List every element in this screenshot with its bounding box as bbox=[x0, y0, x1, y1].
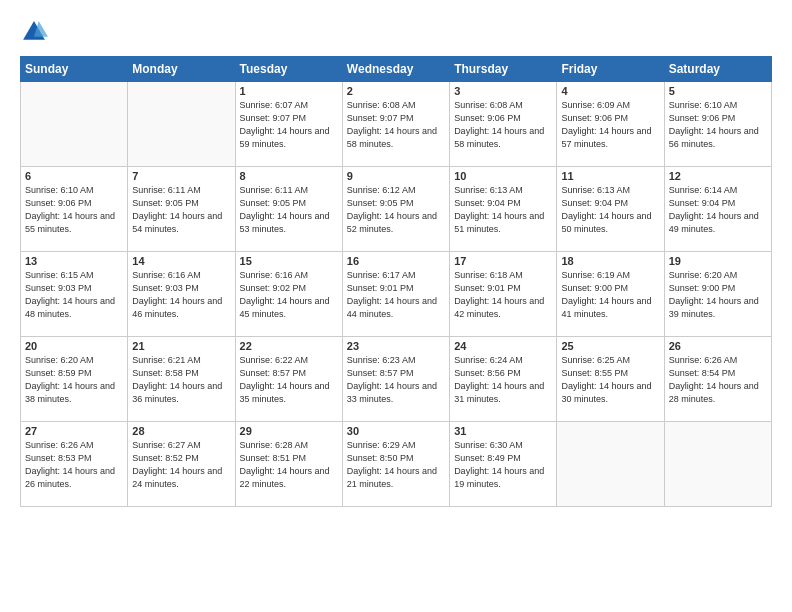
day-info: Sunrise: 6:23 AM Sunset: 8:57 PM Dayligh… bbox=[347, 354, 445, 406]
day-number: 30 bbox=[347, 425, 445, 437]
calendar-header-row: SundayMondayTuesdayWednesdayThursdayFrid… bbox=[21, 57, 772, 82]
calendar-weekday-header: Wednesday bbox=[342, 57, 449, 82]
calendar-day-cell: 14Sunrise: 6:16 AM Sunset: 9:03 PM Dayli… bbox=[128, 252, 235, 337]
calendar-day-cell: 19Sunrise: 6:20 AM Sunset: 9:00 PM Dayli… bbox=[664, 252, 771, 337]
calendar-weekday-header: Thursday bbox=[450, 57, 557, 82]
calendar-weekday-header: Tuesday bbox=[235, 57, 342, 82]
calendar-day-cell: 22Sunrise: 6:22 AM Sunset: 8:57 PM Dayli… bbox=[235, 337, 342, 422]
day-number: 21 bbox=[132, 340, 230, 352]
calendar-day-cell: 7Sunrise: 6:11 AM Sunset: 9:05 PM Daylig… bbox=[128, 167, 235, 252]
calendar-weekday-header: Saturday bbox=[664, 57, 771, 82]
day-number: 2 bbox=[347, 85, 445, 97]
day-info: Sunrise: 6:13 AM Sunset: 9:04 PM Dayligh… bbox=[561, 184, 659, 236]
day-info: Sunrise: 6:12 AM Sunset: 9:05 PM Dayligh… bbox=[347, 184, 445, 236]
calendar-week-row: 20Sunrise: 6:20 AM Sunset: 8:59 PM Dayli… bbox=[21, 337, 772, 422]
calendar-day-cell bbox=[128, 82, 235, 167]
day-number: 29 bbox=[240, 425, 338, 437]
day-info: Sunrise: 6:08 AM Sunset: 9:06 PM Dayligh… bbox=[454, 99, 552, 151]
calendar-day-cell: 25Sunrise: 6:25 AM Sunset: 8:55 PM Dayli… bbox=[557, 337, 664, 422]
day-number: 25 bbox=[561, 340, 659, 352]
calendar-day-cell: 10Sunrise: 6:13 AM Sunset: 9:04 PM Dayli… bbox=[450, 167, 557, 252]
calendar-day-cell: 9Sunrise: 6:12 AM Sunset: 9:05 PM Daylig… bbox=[342, 167, 449, 252]
day-info: Sunrise: 6:20 AM Sunset: 9:00 PM Dayligh… bbox=[669, 269, 767, 321]
day-number: 12 bbox=[669, 170, 767, 182]
calendar-week-row: 6Sunrise: 6:10 AM Sunset: 9:06 PM Daylig… bbox=[21, 167, 772, 252]
calendar-weekday-header: Friday bbox=[557, 57, 664, 82]
calendar-day-cell: 16Sunrise: 6:17 AM Sunset: 9:01 PM Dayli… bbox=[342, 252, 449, 337]
day-number: 14 bbox=[132, 255, 230, 267]
day-info: Sunrise: 6:20 AM Sunset: 8:59 PM Dayligh… bbox=[25, 354, 123, 406]
day-number: 18 bbox=[561, 255, 659, 267]
day-info: Sunrise: 6:11 AM Sunset: 9:05 PM Dayligh… bbox=[132, 184, 230, 236]
day-number: 28 bbox=[132, 425, 230, 437]
calendar-day-cell: 6Sunrise: 6:10 AM Sunset: 9:06 PM Daylig… bbox=[21, 167, 128, 252]
calendar-day-cell: 24Sunrise: 6:24 AM Sunset: 8:56 PM Dayli… bbox=[450, 337, 557, 422]
calendar-day-cell: 17Sunrise: 6:18 AM Sunset: 9:01 PM Dayli… bbox=[450, 252, 557, 337]
day-number: 16 bbox=[347, 255, 445, 267]
day-info: Sunrise: 6:30 AM Sunset: 8:49 PM Dayligh… bbox=[454, 439, 552, 491]
calendar-day-cell: 15Sunrise: 6:16 AM Sunset: 9:02 PM Dayli… bbox=[235, 252, 342, 337]
day-info: Sunrise: 6:15 AM Sunset: 9:03 PM Dayligh… bbox=[25, 269, 123, 321]
day-number: 3 bbox=[454, 85, 552, 97]
day-info: Sunrise: 6:11 AM Sunset: 9:05 PM Dayligh… bbox=[240, 184, 338, 236]
day-number: 22 bbox=[240, 340, 338, 352]
day-number: 15 bbox=[240, 255, 338, 267]
day-info: Sunrise: 6:26 AM Sunset: 8:53 PM Dayligh… bbox=[25, 439, 123, 491]
day-info: Sunrise: 6:16 AM Sunset: 9:02 PM Dayligh… bbox=[240, 269, 338, 321]
day-number: 5 bbox=[669, 85, 767, 97]
calendar-day-cell: 12Sunrise: 6:14 AM Sunset: 9:04 PM Dayli… bbox=[664, 167, 771, 252]
day-info: Sunrise: 6:21 AM Sunset: 8:58 PM Dayligh… bbox=[132, 354, 230, 406]
day-number: 19 bbox=[669, 255, 767, 267]
calendar-day-cell: 31Sunrise: 6:30 AM Sunset: 8:49 PM Dayli… bbox=[450, 422, 557, 507]
logo-icon bbox=[20, 18, 48, 46]
day-number: 9 bbox=[347, 170, 445, 182]
calendar-day-cell: 28Sunrise: 6:27 AM Sunset: 8:52 PM Dayli… bbox=[128, 422, 235, 507]
calendar-day-cell: 11Sunrise: 6:13 AM Sunset: 9:04 PM Dayli… bbox=[557, 167, 664, 252]
calendar-week-row: 13Sunrise: 6:15 AM Sunset: 9:03 PM Dayli… bbox=[21, 252, 772, 337]
calendar-week-row: 27Sunrise: 6:26 AM Sunset: 8:53 PM Dayli… bbox=[21, 422, 772, 507]
day-info: Sunrise: 6:13 AM Sunset: 9:04 PM Dayligh… bbox=[454, 184, 552, 236]
day-number: 26 bbox=[669, 340, 767, 352]
day-number: 8 bbox=[240, 170, 338, 182]
day-info: Sunrise: 6:09 AM Sunset: 9:06 PM Dayligh… bbox=[561, 99, 659, 151]
day-number: 24 bbox=[454, 340, 552, 352]
day-number: 10 bbox=[454, 170, 552, 182]
day-info: Sunrise: 6:29 AM Sunset: 8:50 PM Dayligh… bbox=[347, 439, 445, 491]
day-info: Sunrise: 6:10 AM Sunset: 9:06 PM Dayligh… bbox=[25, 184, 123, 236]
calendar-day-cell: 1Sunrise: 6:07 AM Sunset: 9:07 PM Daylig… bbox=[235, 82, 342, 167]
calendar-day-cell: 18Sunrise: 6:19 AM Sunset: 9:00 PM Dayli… bbox=[557, 252, 664, 337]
calendar-day-cell: 23Sunrise: 6:23 AM Sunset: 8:57 PM Dayli… bbox=[342, 337, 449, 422]
day-number: 6 bbox=[25, 170, 123, 182]
calendar-day-cell: 29Sunrise: 6:28 AM Sunset: 8:51 PM Dayli… bbox=[235, 422, 342, 507]
calendar-day-cell: 27Sunrise: 6:26 AM Sunset: 8:53 PM Dayli… bbox=[21, 422, 128, 507]
day-info: Sunrise: 6:18 AM Sunset: 9:01 PM Dayligh… bbox=[454, 269, 552, 321]
calendar-day-cell: 2Sunrise: 6:08 AM Sunset: 9:07 PM Daylig… bbox=[342, 82, 449, 167]
day-number: 11 bbox=[561, 170, 659, 182]
calendar-day-cell bbox=[664, 422, 771, 507]
calendar-day-cell: 20Sunrise: 6:20 AM Sunset: 8:59 PM Dayli… bbox=[21, 337, 128, 422]
calendar-table: SundayMondayTuesdayWednesdayThursdayFrid… bbox=[20, 56, 772, 507]
calendar-weekday-header: Monday bbox=[128, 57, 235, 82]
day-info: Sunrise: 6:19 AM Sunset: 9:00 PM Dayligh… bbox=[561, 269, 659, 321]
day-info: Sunrise: 6:25 AM Sunset: 8:55 PM Dayligh… bbox=[561, 354, 659, 406]
day-info: Sunrise: 6:17 AM Sunset: 9:01 PM Dayligh… bbox=[347, 269, 445, 321]
day-info: Sunrise: 6:08 AM Sunset: 9:07 PM Dayligh… bbox=[347, 99, 445, 151]
day-number: 17 bbox=[454, 255, 552, 267]
logo bbox=[20, 18, 52, 46]
header bbox=[20, 18, 772, 46]
day-number: 23 bbox=[347, 340, 445, 352]
day-number: 27 bbox=[25, 425, 123, 437]
calendar-day-cell: 13Sunrise: 6:15 AM Sunset: 9:03 PM Dayli… bbox=[21, 252, 128, 337]
calendar-day-cell: 3Sunrise: 6:08 AM Sunset: 9:06 PM Daylig… bbox=[450, 82, 557, 167]
calendar-day-cell: 4Sunrise: 6:09 AM Sunset: 9:06 PM Daylig… bbox=[557, 82, 664, 167]
page: SundayMondayTuesdayWednesdayThursdayFrid… bbox=[0, 0, 792, 612]
day-info: Sunrise: 6:27 AM Sunset: 8:52 PM Dayligh… bbox=[132, 439, 230, 491]
day-number: 1 bbox=[240, 85, 338, 97]
day-info: Sunrise: 6:14 AM Sunset: 9:04 PM Dayligh… bbox=[669, 184, 767, 236]
calendar-weekday-header: Sunday bbox=[21, 57, 128, 82]
calendar-day-cell: 5Sunrise: 6:10 AM Sunset: 9:06 PM Daylig… bbox=[664, 82, 771, 167]
calendar-day-cell: 21Sunrise: 6:21 AM Sunset: 8:58 PM Dayli… bbox=[128, 337, 235, 422]
day-number: 31 bbox=[454, 425, 552, 437]
calendar-day-cell: 8Sunrise: 6:11 AM Sunset: 9:05 PM Daylig… bbox=[235, 167, 342, 252]
day-number: 4 bbox=[561, 85, 659, 97]
